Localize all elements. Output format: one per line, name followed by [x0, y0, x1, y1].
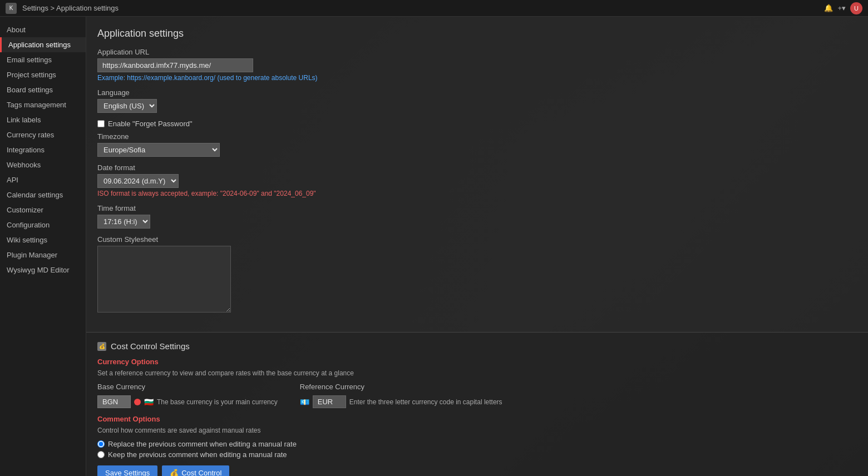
radio-keep-row: Keep the previous comment when editing a…: [97, 450, 857, 459]
sidebar-item-wysiwyg-editor[interactable]: Wysiwyg MD Editor: [0, 262, 86, 277]
sidebar-item-email-settings[interactable]: Email settings: [0, 52, 86, 67]
sidebar-item-board-settings[interactable]: Board settings: [0, 82, 86, 97]
reference-currency-label: Reference Currency: [300, 383, 502, 391]
cost-control-btn-row: Save Settings 💰 Cost Control: [97, 465, 857, 476]
app-logo: K: [6, 3, 17, 14]
radio-replace-label: Replace the previous comment when editin…: [108, 440, 297, 448]
language-select[interactable]: English (US): [97, 99, 157, 113]
bell-icon[interactable]: 🔔: [824, 4, 833, 12]
timezone-select[interactable]: Europe/Sofia: [97, 143, 220, 157]
reference-currency-group: Reference Currency 💶 Enter the three let…: [300, 383, 502, 408]
base-currency-indicator: [134, 399, 141, 405]
url-hint: Example: https://example.kanboard.org/ (…: [97, 74, 857, 82]
user-avatar[interactable]: U: [850, 2, 862, 14]
currency-row: Base Currency 🇧🇬 The base currency is yo…: [97, 383, 857, 408]
date-format-hint: ISO format is always accepted, example: …: [97, 190, 857, 197]
reference-currency-input-row: 💶 Enter the three letter currency code i…: [300, 395, 502, 408]
radio-replace[interactable]: [97, 440, 105, 448]
date-format-field-group: Date format 09.06.2024 (d.m.Y) ISO forma…: [97, 163, 857, 197]
base-currency-input[interactable]: [97, 395, 131, 408]
stylesheet-field-group: Custom Stylesheet: [97, 235, 857, 314]
sidebar: About Application settings Email setting…: [0, 17, 86, 476]
cost-panel-title: 💰 Cost Control Settings: [97, 341, 857, 351]
forget-password-row: Enable "Forget Password": [97, 120, 857, 128]
time-format-select[interactable]: 17:16 (H:i): [97, 215, 150, 229]
radio-replace-row: Replace the previous comment when editin…: [97, 440, 857, 448]
sidebar-item-webhooks[interactable]: Webhooks: [0, 157, 86, 172]
cost-control-panel: 💰 Cost Control Settings Currency Options…: [86, 332, 868, 476]
page-title: Application settings: [97, 28, 857, 39]
currency-options-desc: Set a reference currency to view and com…: [97, 369, 857, 377]
time-format-field-group: Time format 17:16 (H:i): [97, 204, 857, 229]
language-label: Language: [97, 88, 857, 97]
plus-icon[interactable]: +▾: [837, 4, 846, 12]
sidebar-item-api[interactable]: API: [0, 172, 86, 187]
reference-currency-input[interactable]: [313, 395, 346, 408]
date-format-select[interactable]: 09.06.2024 (d.m.Y): [97, 174, 179, 188]
forget-password-label: Enable "Forget Password": [108, 120, 193, 128]
application-settings-panel: Application settings Application URL Exa…: [86, 17, 868, 332]
sidebar-item-configuration[interactable]: Configuration: [0, 217, 86, 232]
radio-keep[interactable]: [97, 451, 105, 458]
sidebar-item-project-settings[interactable]: Project settings: [0, 67, 86, 82]
breadcrumb: Settings > Application settings: [22, 4, 119, 12]
cost-button-icon: 💰: [170, 469, 179, 476]
sidebar-item-currency-rates[interactable]: Currency rates: [0, 127, 86, 142]
ref-currency-flag-icon: 💶: [300, 398, 309, 406]
url-label: Application URL: [97, 48, 857, 56]
content-wrap: Application settings Application URL Exa…: [86, 17, 868, 476]
stylesheet-label: Custom Stylesheet: [97, 235, 857, 244]
forget-password-checkbox[interactable]: [97, 120, 105, 127]
time-format-label: Time format: [97, 204, 857, 212]
save-settings-button[interactable]: Save Settings: [97, 465, 157, 476]
sidebar-item-about[interactable]: About: [0, 22, 86, 37]
flag-icon: 🇧🇬: [144, 398, 154, 406]
layout: About Application settings Email setting…: [0, 17, 868, 476]
sidebar-item-calendar-settings[interactable]: Calendar settings: [0, 187, 86, 202]
timezone-field-group: Timezone Europe/Sofia: [97, 132, 857, 157]
radio-keep-label: Keep the previous comment when editing a…: [108, 450, 287, 459]
timezone-label: Timezone: [97, 132, 857, 141]
base-currency-input-row: 🇧🇬 The base currency is your main curren…: [97, 395, 278, 408]
sidebar-item-integrations[interactable]: Integrations: [0, 142, 86, 157]
sidebar-item-customizer[interactable]: Customizer: [0, 202, 86, 217]
sidebar-item-link-labels[interactable]: Link labels: [0, 112, 86, 127]
stylesheet-textarea[interactable]: [97, 246, 231, 313]
sidebar-item-tags-management[interactable]: Tags management: [0, 97, 86, 112]
base-currency-group: Base Currency 🇧🇬 The base currency is yo…: [97, 383, 278, 408]
date-format-label: Date format: [97, 163, 857, 172]
reference-currency-hint: Enter the three letter currency code in …: [349, 398, 502, 406]
url-input[interactable]: [97, 58, 253, 72]
topbar: K Settings > Application settings 🔔 +▾ U: [0, 0, 868, 17]
language-field-group: Language English (US): [97, 88, 857, 113]
comment-options-heading: Comment Options: [97, 415, 857, 423]
url-field-group: Application URL Example: https://example…: [97, 48, 857, 82]
cost-control-button[interactable]: 💰 Cost Control: [162, 465, 229, 476]
comment-options-desc: Control how comments are saved against m…: [97, 427, 857, 434]
main-content: Application settings Application URL Exa…: [86, 17, 868, 476]
sidebar-item-application-settings[interactable]: Application settings: [0, 37, 86, 52]
sidebar-item-wiki-settings[interactable]: Wiki settings: [0, 232, 86, 247]
currency-options-heading: Currency Options: [97, 358, 857, 366]
base-currency-label: Base Currency: [97, 383, 278, 391]
topbar-icons: 🔔 +▾ U: [824, 2, 862, 14]
sidebar-item-plugin-manager[interactable]: Plugin Manager: [0, 247, 86, 262]
cost-control-icon: 💰: [97, 342, 106, 351]
base-currency-hint: The base currency is your main currency: [157, 398, 278, 406]
